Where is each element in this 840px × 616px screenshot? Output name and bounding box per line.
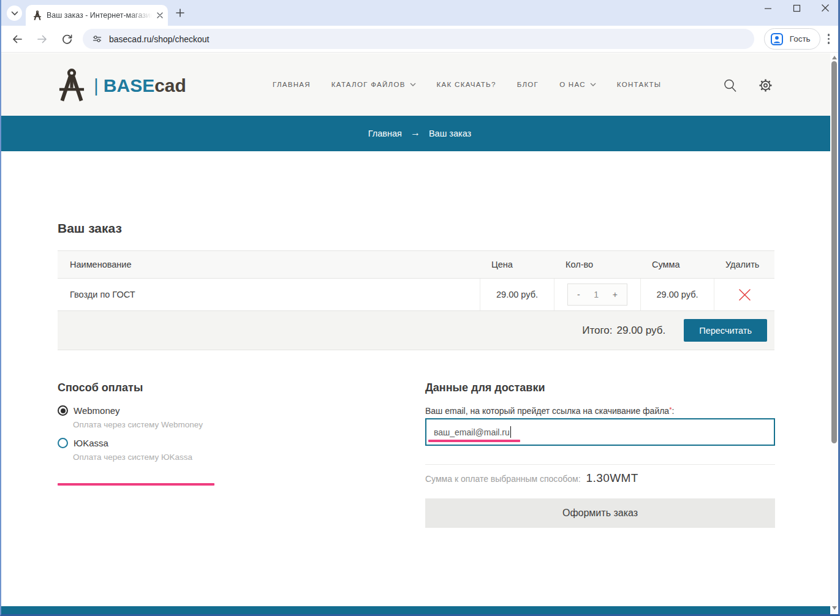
page-title: Ваш заказ xyxy=(58,221,122,236)
radio-selected-icon[interactable] xyxy=(58,405,68,416)
delivery-title: Данные для доставки xyxy=(425,381,775,394)
nav-item-about[interactable]: О НАС xyxy=(559,81,596,88)
qty-minus-button[interactable]: - xyxy=(577,290,580,299)
remove-item-icon[interactable] xyxy=(738,288,751,301)
payment-option-yukassa[interactable]: ЮKassa xyxy=(58,438,108,448)
site-header: |BASEcad ГЛАВНАЯ КАТАЛОГ ФАЙЛОВ КАК СКАЧ… xyxy=(1,53,838,116)
maximize-icon[interactable] xyxy=(792,4,801,12)
forward-icon[interactable] xyxy=(36,33,48,45)
chevron-down-icon xyxy=(11,11,18,16)
chevron-down-icon xyxy=(410,83,416,86)
compass-logo-icon xyxy=(58,68,86,103)
tab-title: Ваш заказ - Интернет-магазин xyxy=(47,11,152,20)
qty-value[interactable]: 1 xyxy=(594,290,599,299)
breadcrumb-current: Ваш заказ xyxy=(429,129,471,138)
main-navigation: ГЛАВНАЯ КАТАЛОГ ФАЙЛОВ КАК СКАЧАТЬ? БЛОГ… xyxy=(273,53,661,116)
breadcrumb-arrow-icon: → xyxy=(411,127,420,138)
table-header-row: Наименование Цена Кол-во Сумма Удалить xyxy=(58,250,774,279)
item-sum: 29.00 руб. xyxy=(640,279,714,310)
search-icon[interactable] xyxy=(723,78,737,93)
tab-search-button[interactable] xyxy=(7,6,22,21)
scrollbar-thumb[interactable] xyxy=(831,61,837,443)
column-header-sum: Сумма xyxy=(640,260,714,269)
browser-window: Ваш заказ - Интернет-магазин xyxy=(0,0,840,616)
payment-title: Способ оплаты xyxy=(58,381,352,394)
tab-strip: Ваш заказ - Интернет-магазин xyxy=(1,0,838,26)
breadcrumb-home-link[interactable]: Главная xyxy=(368,129,402,138)
total-label: Итого: xyxy=(582,325,612,337)
order-total: Итого: 29.00 руб. xyxy=(582,325,665,337)
annotation-underline xyxy=(58,483,214,486)
payment-option-webmoney[interactable]: Webmoney xyxy=(58,405,120,416)
site-settings-icon[interactable] xyxy=(92,34,102,44)
amount-row: Сумма к оплате выбранным способом: 1.30W… xyxy=(425,471,638,485)
item-price: 29.00 руб. xyxy=(480,279,554,310)
plus-icon xyxy=(176,9,184,17)
breadcrumb: Главная → Ваш заказ xyxy=(1,116,838,151)
page-scrollbar[interactable] xyxy=(830,53,838,614)
back-icon[interactable] xyxy=(11,33,23,45)
total-value: 29.00 руб. xyxy=(617,325,666,337)
email-value: ваш_email@mail.ru xyxy=(434,427,510,437)
order-table: Наименование Цена Кол-во Сумма Удалить Г… xyxy=(58,250,774,350)
table-footer-row: Итого: 29.00 руб. Пересчитать xyxy=(58,310,774,350)
address-bar[interactable]: basecad.ru/shop/checkout xyxy=(83,29,754,49)
column-header-price: Цена xyxy=(480,260,554,269)
quantity-stepper: - 1 + xyxy=(567,284,627,306)
logo-text: |BASEcad xyxy=(94,75,186,96)
divider xyxy=(425,464,775,465)
site-footer-edge xyxy=(1,606,838,614)
table-row: Гвозди по ГОСТ 29.00 руб. - 1 + 29.00 ру… xyxy=(58,279,774,310)
payment-option-description: Оплата через систему Webmoney xyxy=(73,420,203,429)
email-label: Ваш email, на который прейдет ссылка на … xyxy=(425,406,674,416)
column-header-qty: Кол-во xyxy=(554,260,640,269)
browser-toolbar: basecad.ru/shop/checkout Гость xyxy=(1,26,838,53)
nav-item-blog[interactable]: БЛОГ xyxy=(517,81,539,88)
browser-tab[interactable]: Ваш заказ - Интернет-магазин xyxy=(26,5,168,26)
nav-item-home[interactable]: ГЛАВНАЯ xyxy=(273,81,311,88)
qty-plus-button[interactable]: + xyxy=(613,290,618,299)
new-tab-button[interactable] xyxy=(175,7,186,18)
profile-button[interactable]: Гость xyxy=(764,28,820,50)
web-page: |BASEcad ГЛАВНАЯ КАТАЛОГ ФАЙЛОВ КАК СКАЧ… xyxy=(1,53,838,614)
window-controls xyxy=(763,4,830,12)
submit-order-button[interactable]: Оформить заказ xyxy=(425,498,775,528)
chevron-down-icon xyxy=(590,83,596,86)
url-text: basecad.ru/shop/checkout xyxy=(109,34,209,44)
tab-close-icon[interactable] xyxy=(157,12,163,18)
nav-item-catalog[interactable]: КАТАЛОГ ФАЙЛОВ xyxy=(331,81,416,88)
site-logo[interactable]: |BASEcad xyxy=(58,68,186,103)
profile-label: Гость xyxy=(790,34,811,43)
reload-icon[interactable] xyxy=(61,33,73,45)
radio-unselected-icon[interactable] xyxy=(58,438,68,448)
site-favicon-icon xyxy=(33,10,42,21)
delivery-section: Данные для доставки Ваш email, на которы… xyxy=(425,381,775,394)
payment-section: Способ оплаты Webmoney Оплата через сист… xyxy=(58,381,352,394)
item-name: Гвозди по ГОСТ xyxy=(58,279,480,310)
annotation-underline xyxy=(428,440,520,442)
text-caret xyxy=(510,426,512,438)
amount-label: Сумма к оплате выбранным способом: xyxy=(425,474,581,484)
column-header-remove: Удалить xyxy=(714,260,774,269)
payment-option-description: Оплата через систему ЮKassa xyxy=(73,453,192,462)
scroll-up-icon[interactable] xyxy=(832,56,837,59)
nav-item-contacts[interactable]: КОНТАКТЫ xyxy=(617,81,661,88)
recalculate-button[interactable]: Пересчитать xyxy=(684,319,767,342)
column-header-name: Наименование xyxy=(58,260,480,269)
browser-menu-icon[interactable] xyxy=(828,34,830,43)
nav-item-how-to-download[interactable]: КАК СКАЧАТЬ? xyxy=(437,81,496,88)
profile-avatar-icon xyxy=(770,32,784,47)
amount-value: 1.30WMT xyxy=(586,471,638,485)
scroll-down-icon[interactable] xyxy=(832,606,837,610)
close-icon[interactable] xyxy=(821,4,830,12)
minimize-icon[interactable] xyxy=(763,4,772,12)
gear-icon[interactable] xyxy=(759,78,773,92)
